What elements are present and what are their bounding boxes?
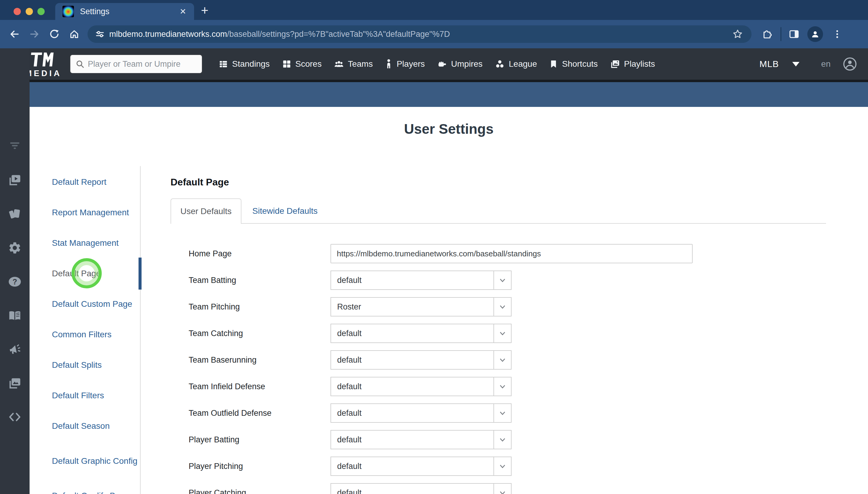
back-icon[interactable] <box>9 29 20 40</box>
menu-item-common-filters[interactable]: Common Filters <box>29 320 139 350</box>
menu-item-default-season[interactable]: Default Season <box>29 411 139 441</box>
menu-item-default-custom-page[interactable]: Default Custom Page <box>29 289 139 320</box>
chevron-down-icon <box>493 457 511 475</box>
field-label: Home Page <box>189 249 331 259</box>
menu-item-default-qualify-by[interactable]: Default Qualify By <box>29 481 139 494</box>
nav-item-playlists[interactable]: Playlists <box>610 59 655 69</box>
team-infield-defense-select[interactable]: default <box>331 377 512 396</box>
settings-gear-icon[interactable] <box>8 241 22 255</box>
tab-sitewide-defaults[interactable]: Sitewide Defaults <box>241 198 328 224</box>
teams-icon <box>334 59 344 69</box>
form-row-team-pitching: Team Pitching Roster <box>189 297 708 317</box>
tab-user-defaults[interactable]: User Defaults <box>171 198 241 224</box>
site-info-icon[interactable] <box>95 29 105 39</box>
window-close-button[interactable] <box>14 8 21 15</box>
scores-icon <box>282 59 292 69</box>
nav-item-players[interactable]: Players <box>385 59 425 69</box>
click-indicator <box>72 258 102 288</box>
bookmark-star-icon[interactable] <box>732 29 743 40</box>
form-row-player-batting: Player Batting default <box>189 430 708 449</box>
menu-item-default-graphic-config[interactable]: Default Graphic Config <box>29 441 139 481</box>
standings-icon <box>218 59 228 69</box>
svg-text:?: ? <box>12 278 17 286</box>
settings-menu: Default Report Report Management Stat Ma… <box>29 167 141 494</box>
field-label: Player Pitching <box>189 462 331 471</box>
side-panel-icon[interactable] <box>789 29 800 40</box>
menu-item-report-management[interactable]: Report Management <box>29 197 139 228</box>
player-batting-select[interactable]: default <box>331 430 512 449</box>
site-favicon <box>62 6 74 17</box>
menu-item-default-report[interactable]: Default Report <box>29 167 139 197</box>
menu-dots-icon[interactable] <box>832 29 842 39</box>
chevron-down-icon <box>493 298 511 316</box>
announcements-megaphone-icon[interactable] <box>8 342 22 356</box>
team-baserunning-select[interactable]: default <box>331 350 512 369</box>
search-placeholder: Player or Team or Umpire <box>88 59 180 69</box>
docs-book-icon[interactable] <box>8 309 22 322</box>
field-label: Team Batting <box>189 276 331 285</box>
tab-close-icon[interactable]: ✕ <box>180 7 186 16</box>
search-icon <box>75 59 85 69</box>
field-label: Team Baserunning <box>189 356 331 365</box>
form-row-team-baserunning: Team Baserunning default <box>189 350 708 369</box>
help-icon[interactable]: ? <box>8 275 22 289</box>
search-input[interactable]: Player or Team or Umpire <box>70 54 203 74</box>
chevron-down-icon <box>493 351 511 369</box>
league-selector[interactable]: MLB <box>760 59 779 69</box>
menu-item-default-splits[interactable]: Default Splits <box>29 350 139 380</box>
team-outfield-defense-select[interactable]: default <box>331 403 512 423</box>
chevron-down-icon <box>493 484 511 494</box>
nav-item-shortcuts[interactable]: Shortcuts <box>549 59 597 69</box>
browser-profile-avatar[interactable] <box>807 26 823 42</box>
home-page-input[interactable] <box>331 244 693 263</box>
nav-item-umpires[interactable]: Umpires <box>437 59 482 69</box>
section-title: Default Page <box>171 177 229 188</box>
team-batting-select[interactable]: default <box>331 270 512 290</box>
window-zoom-button[interactable] <box>37 8 45 15</box>
menu-item-stat-management[interactable]: Stat Management <box>29 228 139 259</box>
form-row-team-batting: Team Batting default <box>189 270 708 290</box>
league-icon <box>495 59 505 69</box>
field-label: Team Outfield Defense <box>189 408 331 418</box>
home-icon[interactable] <box>69 29 80 40</box>
url-bar[interactable]: mlbdemo.trumedianetworks.com/baseball/se… <box>87 25 751 43</box>
nav-item-teams[interactable]: Teams <box>334 59 373 69</box>
media-gallery-icon[interactable] <box>8 376 22 390</box>
team-pitching-select[interactable]: Roster <box>331 297 512 317</box>
player-catching-select[interactable]: default <box>331 483 512 494</box>
field-label: Player Catching <box>189 488 331 494</box>
chevron-down-icon <box>493 377 511 396</box>
playlists-icon <box>610 59 620 69</box>
league-caret-icon[interactable] <box>792 62 800 66</box>
browser-tab[interactable]: Settings ✕ <box>55 3 194 20</box>
chevron-down-icon <box>493 271 511 289</box>
nav-item-league[interactable]: League <box>495 59 537 69</box>
team-catching-select[interactable]: default <box>331 324 512 343</box>
umpires-icon <box>437 59 447 69</box>
nav-item-standings[interactable]: Standings <box>218 59 270 69</box>
browser-toolbar: mlbdemo.trumedianetworks.com/baseball/se… <box>0 20 868 48</box>
form-row-team-infield-defense: Team Infield Defense default <box>189 377 708 396</box>
menu-item-default-filters[interactable]: Default Filters <box>29 380 139 411</box>
language-label[interactable]: en <box>821 59 831 69</box>
field-label: Team Pitching <box>189 302 331 311</box>
chevron-down-icon <box>493 404 511 422</box>
url-host: mlbdemo.trumedianetworks.com <box>109 30 227 39</box>
filter-icon[interactable] <box>8 138 22 152</box>
tab-title: Settings <box>80 7 180 16</box>
extensions-icon[interactable] <box>762 29 773 40</box>
cards-icon[interactable] <box>8 207 22 221</box>
shortcuts-icon <box>549 59 558 69</box>
nav-item-scores[interactable]: Scores <box>282 59 322 69</box>
video-playlists-icon[interactable] <box>8 173 22 187</box>
player-pitching-select[interactable]: default <box>331 457 512 476</box>
app-navbar: TRUMEDIA Player or Team or Umpire Standi… <box>0 48 868 80</box>
forward-icon[interactable] <box>29 29 40 40</box>
reload-icon[interactable] <box>49 29 60 40</box>
account-icon[interactable] <box>843 57 857 71</box>
window-minimize-button[interactable] <box>26 8 33 15</box>
field-label: Team Infield Defense <box>189 382 331 391</box>
new-tab-button[interactable]: + <box>201 4 209 17</box>
api-code-icon[interactable] <box>8 410 22 424</box>
subheader-blue-strip <box>29 82 868 107</box>
